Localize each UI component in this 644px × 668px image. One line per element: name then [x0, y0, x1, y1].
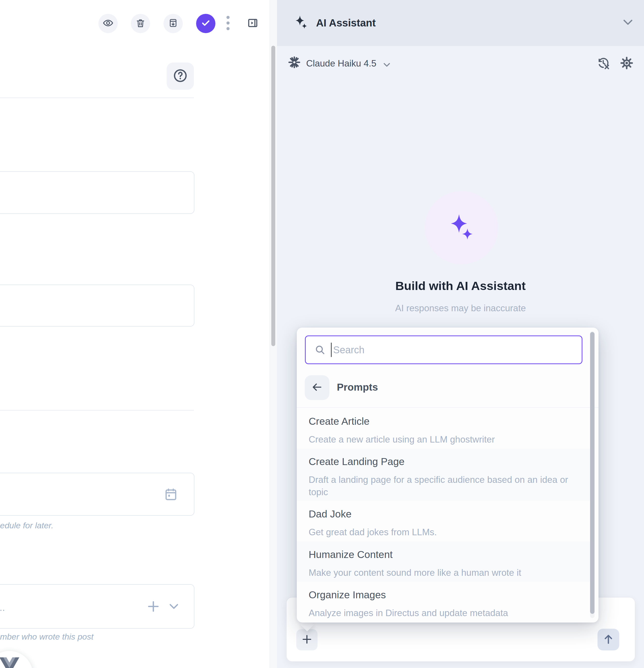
prompt-item[interactable]: Organize Images Analyze images in Direct… [297, 582, 590, 623]
check-icon [200, 18, 211, 29]
prompts-popup: Prompts Create Article Create a new arti… [297, 328, 599, 623]
preview-button[interactable] [99, 14, 118, 33]
sparkles-icon [447, 212, 476, 243]
archive-button[interactable] [164, 14, 183, 33]
prompt-title: Create Article [309, 415, 370, 427]
anthropic-starburst-icon [287, 55, 301, 70]
ai-assistant-title: AI Assistant [316, 17, 376, 29]
editor-panel: edule for later. .. mber who wrote this … [0, 0, 270, 668]
gear-icon[interactable] [620, 56, 633, 71]
more-options-button[interactable] [223, 14, 234, 33]
search-input[interactable] [333, 344, 582, 356]
send-button[interactable] [598, 629, 619, 650]
archive-icon [168, 18, 178, 29]
popup-scrollbar[interactable] [590, 332, 595, 614]
author-field[interactable]: .. [0, 584, 194, 629]
trash-icon [136, 18, 146, 29]
plus-icon[interactable] [146, 599, 160, 614]
ai-assistant-header[interactable]: AI Assistant [277, 0, 644, 46]
prompt-title: Dad Joke [309, 508, 351, 520]
prompt-description: Analyze images in Directus and update me… [309, 607, 581, 619]
chevron-down-icon[interactable] [383, 62, 391, 69]
delete-button[interactable] [131, 14, 150, 33]
author-field-value: .. [0, 602, 5, 613]
toggle-sidebar-button[interactable] [246, 14, 259, 33]
prompt-item[interactable]: Create Article Create a new article usin… [297, 408, 590, 449]
question-circle-icon [173, 68, 188, 84]
model-row: Claude Haiku 4.5 [277, 46, 644, 83]
help-button[interactable] [167, 63, 194, 90]
prompt-description: Create a new article using an LLM ghostw… [309, 434, 581, 446]
ai-empty-state-subtitle: AI responses may be inaccurate [277, 303, 644, 314]
prompt-item[interactable]: Dad Joke Get great dad jokes from LLMs. [297, 501, 590, 542]
model-selector[interactable]: Claude Haiku 4.5 [306, 58, 376, 69]
section-divider [0, 97, 194, 98]
arrow-left-icon [311, 381, 323, 394]
chevron-down-icon[interactable] [622, 19, 634, 27]
schedule-note: edule for later. [0, 521, 54, 530]
prompt-title: Organize Images [309, 589, 386, 601]
ai-assistant-panel: AI Assistant Claude Haiku 4.5 [277, 0, 644, 668]
v-logo-icon [0, 657, 19, 668]
search-icon [315, 344, 326, 355]
text-field[interactable] [0, 171, 194, 214]
prompt-description: Draft a landing page for a specific audi… [309, 474, 581, 498]
publish-date-field[interactable] [0, 473, 194, 516]
sparkles-icon [293, 15, 309, 31]
calendar-icon[interactable] [164, 487, 178, 502]
arrow-up-icon [602, 633, 615, 646]
prompt-title: Create Landing Page [309, 456, 405, 468]
attach-button[interactable] [296, 629, 317, 650]
app-logo [0, 651, 33, 668]
author-note: mber who wrote this post [0, 632, 93, 641]
chevron-down-icon[interactable] [168, 603, 180, 612]
panel-toggle-icon [247, 17, 258, 30]
kebab-dots-icon [226, 16, 230, 31]
ai-empty-state-title: Build with AI Assistant [277, 279, 644, 293]
save-button[interactable] [196, 14, 215, 33]
prompt-description: Make your content sound more like a huma… [309, 567, 581, 579]
section-divider [0, 410, 194, 411]
text-caret [331, 343, 332, 357]
prompt-item[interactable]: Humanize Content Make your content sound… [297, 542, 590, 582]
ai-empty-state-badge [425, 191, 498, 264]
clear-history-button[interactable] [597, 56, 610, 71]
prompts-header: Prompts [337, 381, 378, 393]
prompt-description: Get great dad jokes from LLMs. [309, 526, 581, 538]
text-field[interactable] [0, 285, 194, 327]
eye-icon [103, 18, 113, 29]
vertical-scrollbar[interactable] [271, 46, 275, 346]
back-button[interactable] [305, 375, 329, 400]
prompt-title: Humanize Content [309, 549, 393, 560]
prompt-search[interactable] [305, 335, 582, 364]
plus-icon [301, 634, 313, 646]
prompt-item[interactable]: Create Landing Page Draft a landing page… [297, 449, 590, 501]
